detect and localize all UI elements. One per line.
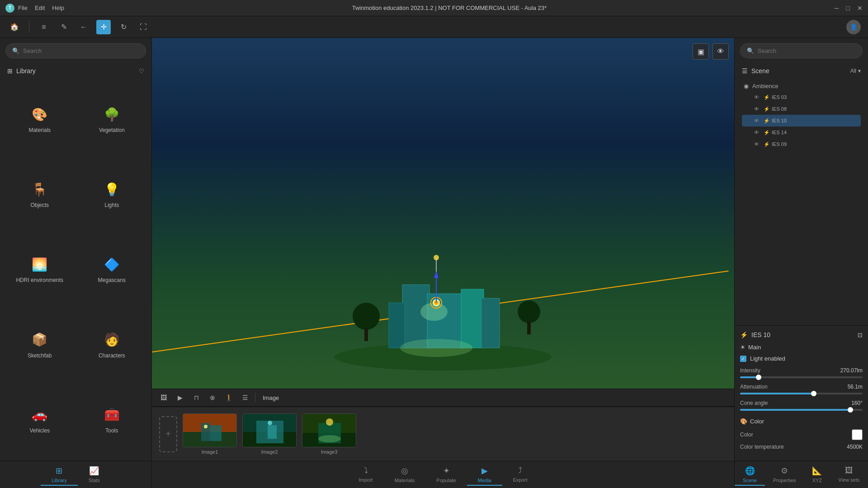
tree-section-ambience: ◉ Ambience 👁 ⚡ IES 03 👁 ⚡ IES 08 — [738, 78, 864, 153]
nav-populate[interactable]: ✦ Populate — [425, 464, 467, 486]
media-image-label: Image — [263, 394, 279, 401]
nav-viewsets[interactable]: 🖼 View sets — [830, 464, 868, 485]
eye-icon-ies08[interactable]: 👁 — [753, 105, 760, 113]
refresh-icon[interactable]: ↻ — [116, 20, 131, 34]
cone-angle-label: Cone angle — [740, 400, 768, 406]
library-icon: ⊞ — [7, 67, 13, 75]
right-search-box[interactable]: 🔍 — [740, 43, 863, 58]
all-label: All — [850, 68, 856, 74]
nav-library[interactable]: ⊞ Library — [41, 464, 78, 486]
left-sidebar: 🔍 ⊞ Library ♡ 🎨 Materials 🌳 Vegetation 🪑 — [0, 38, 152, 488]
menu-help[interactable]: Help — [52, 5, 64, 11]
eye-icon-ies09[interactable]: 👁 — [753, 141, 760, 148]
move-icon[interactable]: ✛ — [96, 20, 111, 34]
objects-icon: 🪑 — [31, 180, 49, 198]
cone-angle-header: Cone angle 160° — [740, 400, 863, 406]
media-char-icon[interactable]: 🚶 — [222, 391, 235, 404]
nav-materials[interactable]: ◎ Materials — [384, 464, 426, 486]
sidebar-item-vegetation[interactable]: 🌳 Vegetation — [76, 82, 148, 157]
cone-angle-slider[interactable] — [740, 409, 863, 411]
sidebar-item-materials[interactable]: 🎨 Materials — [4, 82, 76, 157]
nav-properties[interactable]: ⚙ Properties — [765, 464, 804, 486]
tree-item-ies14[interactable]: 👁 ⚡ IES 14 — [742, 127, 861, 138]
tree-item-ies03[interactable]: 👁 ⚡ IES 03 — [742, 91, 861, 103]
nav-import[interactable]: ⤵ Import — [348, 464, 383, 485]
sidebar-item-sketchfab[interactable]: 📦 Sketchfab — [4, 307, 76, 382]
nav-scene[interactable]: 🌐 Scene — [735, 464, 765, 486]
sidebar-item-tools[interactable]: 🧰 Tools — [76, 382, 148, 457]
right-search-input[interactable] — [758, 47, 856, 54]
menu-file[interactable]: File — [18, 5, 28, 11]
back-icon[interactable]: ← — [76, 20, 91, 34]
attenuation-row: Attenuation 56.1m — [740, 384, 863, 394]
left-search-box[interactable]: 🔍 — [5, 43, 146, 58]
cone-angle-value: 160° — [851, 400, 863, 406]
nav-media[interactable]: ▶ Media — [467, 464, 502, 486]
nav-xyz[interactable]: 📐 XYZ — [804, 464, 830, 486]
color-swatch[interactable] — [852, 429, 863, 440]
all-filter-button[interactable]: All ▾ — [850, 68, 861, 74]
media-video-icon[interactable]: ▶ — [174, 391, 186, 404]
eye-icon-ies03[interactable]: 👁 — [753, 94, 760, 101]
sun-icon: ☀ — [740, 344, 745, 351]
media-image-icon[interactable]: 🖼 — [157, 391, 170, 404]
light-enabled-checkbox[interactable]: ✓ — [740, 356, 746, 362]
menu-edit[interactable]: Edit — [35, 5, 45, 11]
materials-nav-label: Materials — [395, 478, 415, 483]
bottom-nav-center: ⤵ Import ◎ Materials ✦ Populate ▶ Media … — [152, 461, 734, 488]
intensity-thumb[interactable] — [756, 375, 761, 380]
pen-icon[interactable]: ✎ — [57, 20, 71, 34]
lights-icon: 💡 — [103, 180, 121, 198]
light-enabled-row: ✓ Light enabled — [740, 355, 863, 362]
close-button[interactable]: ✕ — [857, 5, 863, 12]
characters-icon: 🧑 — [103, 331, 121, 349]
attenuation-thumb[interactable] — [811, 391, 816, 396]
nav-export[interactable]: ⤴ Export — [502, 464, 538, 485]
minimize-button[interactable]: ─ — [835, 5, 839, 12]
media-strip: + Image1 — [152, 407, 734, 461]
ies10-label: ⚡ IES 10 — [764, 118, 787, 124]
cone-angle-thumb[interactable] — [848, 407, 853, 413]
maximize-button[interactable]: □ — [846, 5, 850, 12]
fullscreen-icon[interactable]: ⛶ — [136, 20, 151, 34]
favorites-icon[interactable]: ♡ — [139, 68, 144, 75]
ies14-label: ⚡ IES 14 — [764, 130, 787, 136]
left-search-input[interactable] — [23, 47, 139, 54]
intensity-slider[interactable] — [740, 376, 863, 378]
eye-icon-ies14[interactable]: 👁 — [753, 129, 760, 136]
bottom-nav-left: ⊞ Library 📈 Stats — [0, 461, 151, 488]
tree-item-ies09[interactable]: 👁 ⚡ IES 09 — [742, 138, 861, 150]
sidebar-item-objects[interactable]: 🪑 Objects — [4, 157, 76, 232]
media-vr-icon[interactable]: ⊕ — [206, 391, 219, 404]
nav-stats[interactable]: 📈 Stats — [78, 464, 111, 486]
sidebar-item-vehicles[interactable]: 🚗 Vehicles — [4, 382, 76, 457]
media-thumb-3[interactable]: Image3 — [302, 413, 356, 455]
media-thumb-2[interactable]: Image2 — [242, 413, 297, 455]
sidebar-item-characters[interactable]: 🧑 Characters — [76, 307, 148, 382]
tree-item-ies08[interactable]: 👁 ⚡ IES 08 — [742, 103, 861, 115]
media-list-icon[interactable]: ☰ — [239, 391, 251, 404]
media-thumb-img-3 — [302, 413, 356, 447]
sidebar-item-hdri[interactable]: 🌅 HDRI environments — [4, 232, 76, 307]
eye-icon-ies10[interactable]: 👁 — [753, 117, 760, 124]
ies03-label: ⚡ IES 03 — [764, 94, 787, 100]
split-view-button[interactable]: ▣ — [693, 43, 709, 60]
eye-button[interactable]: 👁 — [712, 43, 729, 60]
media-thumb-1[interactable]: Image1 — [183, 413, 237, 455]
media-add-button[interactable]: + — [159, 416, 177, 452]
align-icon[interactable]: ≡ — [37, 20, 51, 34]
scene-title: ☰ Scene — [742, 67, 769, 75]
export-icon: ⤴ — [518, 466, 522, 475]
sidebar-item-lights[interactable]: 💡 Lights — [76, 157, 148, 232]
tree-item-ies10[interactable]: 👁 ⚡ IES 10 — [742, 115, 861, 127]
sidebar-item-megascans[interactable]: 🔷 Megascans — [76, 232, 148, 307]
home-icon[interactable]: 🏠 — [7, 20, 22, 34]
media-panorama-icon[interactable]: ⊓ — [190, 391, 203, 404]
ambience-header[interactable]: ◉ Ambience — [742, 81, 861, 91]
attenuation-slider[interactable] — [740, 393, 863, 394]
svg-rect-14 — [527, 322, 531, 334]
tools-icon: 🧰 — [103, 406, 121, 424]
main-viewport[interactable]: ▣ 👁 — [152, 38, 734, 389]
prop-layout-icon[interactable]: ⊡ — [858, 332, 863, 338]
user-icon[interactable]: 👤 — [846, 20, 861, 34]
